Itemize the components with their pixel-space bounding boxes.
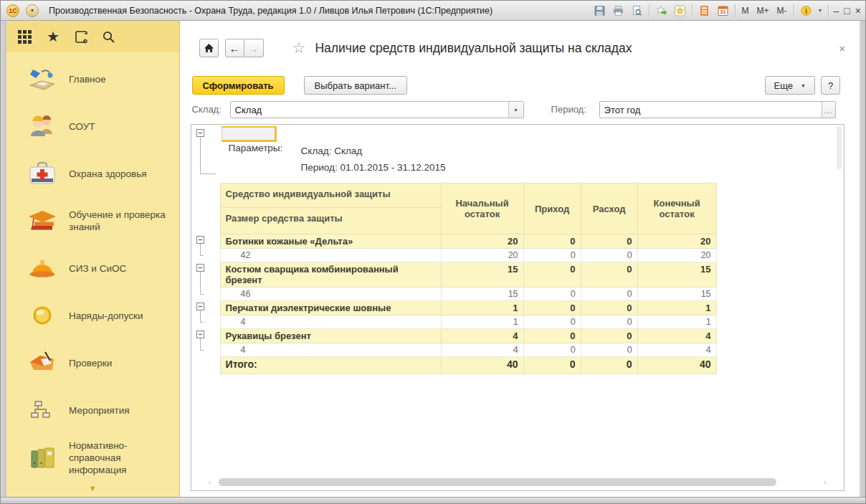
sidebar-item-label: Обучение и проверка знаний: [69, 209, 171, 233]
choose-variant-button[interactable]: Выбрать вариант...: [304, 76, 407, 95]
close-form-button[interactable]: ×: [839, 42, 845, 54]
report-table: Средство индивидуальной защиты Начальный…: [220, 183, 717, 374]
sections-menu-icon[interactable]: [16, 28, 34, 45]
sidebar-item-9[interactable]: Нормативно-справочная информация: [6, 434, 179, 481]
period-field[interactable]: ...: [599, 101, 836, 118]
desk-lamp-icon: [27, 63, 58, 95]
scroll-right-arrow[interactable]: ›: [821, 477, 829, 487]
svg-text:i: i: [805, 7, 807, 14]
sidebar-item-2[interactable]: СОУТ: [6, 103, 179, 150]
favorites-icon[interactable]: ★: [44, 28, 62, 45]
sidebar-item-label: СИЗ и СиОС: [69, 262, 171, 275]
favorites-button[interactable]: [673, 4, 687, 17]
back-arrow-icon: ←: [229, 42, 240, 54]
separator: [735, 4, 736, 17]
1c-logo-icon: 1С: [6, 4, 19, 17]
goto-button[interactable]: [655, 4, 668, 17]
sidebar-more-indicator[interactable]: ▼: [6, 481, 179, 497]
memory-m-minus-button[interactable]: M-: [776, 6, 789, 16]
period-filter-label: Период:: [551, 104, 586, 115]
print-preview-button[interactable]: [630, 4, 644, 17]
collapse-group-button[interactable]: [196, 331, 204, 338]
sidebar-toolbar: ★: [6, 21, 179, 52]
sidebar-item-4[interactable]: Обучение и проверка знаний: [6, 197, 179, 244]
sidebar-items: ГлавноеСОУТОхрана здоровьяОбучение и про…: [6, 52, 179, 481]
maximize-button[interactable]: □: [844, 4, 850, 17]
table-row[interactable]: 41001: [220, 315, 716, 329]
window-frame-right: [860, 21, 865, 497]
selected-cell[interactable]: [222, 126, 277, 142]
table-row[interactable]: 46150015: [220, 287, 716, 301]
collapse-group-button[interactable]: [196, 303, 204, 310]
permit-coin-icon: [27, 300, 58, 331]
tree-line: [200, 272, 201, 294]
events-chart-icon: [27, 394, 58, 426]
memory-m-button[interactable]: M: [741, 6, 751, 16]
column-header-income: Приход: [523, 184, 581, 234]
warehouse-input[interactable]: [231, 102, 508, 118]
info-caret-icon[interactable]: ▼: [818, 8, 823, 13]
table-row[interactable]: 42200020: [220, 249, 716, 262]
scrollbar-thumb[interactable]: [219, 478, 776, 486]
table-row[interactable]: Костюм сварщика комбинированный брезент1…: [220, 262, 716, 287]
column-header-expense: Расход: [581, 184, 637, 234]
sidebar-item-7[interactable]: Проверки: [6, 339, 179, 386]
forward-button[interactable]: →: [244, 39, 264, 57]
sidebar: ★ ГлавноеСОУТОхрана здоровьяОбучение и п…: [6, 21, 180, 497]
scrollbar-thumb[interactable]: [837, 126, 842, 169]
sidebar-item-5[interactable]: СИЗ и СиОС: [6, 244, 179, 292]
workers-icon: [27, 110, 58, 142]
generate-button[interactable]: Сформировать: [192, 76, 285, 95]
window-frame-bottom: [1, 497, 865, 504]
column-header-closing-balance: Конечный остаток: [637, 184, 716, 234]
sidebar-item-label: Наряды-допуски: [69, 310, 171, 322]
save-button[interactable]: [593, 4, 606, 17]
tree-line: [200, 350, 204, 351]
close-window-button[interactable]: ×: [855, 4, 861, 17]
sidebar-item-8[interactable]: Мероприятия: [6, 386, 179, 434]
reference-binders-icon: [27, 442, 58, 473]
period-input[interactable]: [600, 102, 822, 118]
calendar-button[interactable]: 31: [716, 4, 730, 17]
collapse-group-button[interactable]: [196, 236, 204, 244]
chevron-down-icon: ▼: [513, 108, 518, 113]
history-icon[interactable]: [72, 28, 90, 45]
warehouse-combobox[interactable]: ▼: [230, 101, 524, 118]
scroll-left-arrow[interactable]: ‹: [206, 477, 214, 487]
sidebar-item-label: Мероприятия: [69, 404, 171, 417]
page-title: Наличие средств индивидуальной защиты на…: [315, 41, 632, 56]
table-row[interactable]: Рукавицы брезент4004: [220, 329, 716, 343]
sidebar-item-1[interactable]: Главное: [6, 55, 179, 103]
collapse-group-button[interactable]: [196, 129, 204, 137]
table-row[interactable]: Ботинки кожаные «Дельта»200020: [220, 234, 716, 249]
period-more-button[interactable]: ...: [822, 102, 835, 118]
separator: [649, 4, 650, 17]
table-row[interactable]: 44004: [220, 343, 716, 357]
minimize-button[interactable]: –: [834, 4, 839, 17]
warehouse-filter-label: Склад:: [192, 104, 222, 115]
window-frame-left: [1, 21, 6, 497]
more-button[interactable]: Еще▼: [765, 76, 815, 95]
vertical-scrollbar[interactable]: [836, 126, 842, 475]
table-row[interactable]: Перчатки диэлектрические шовные1001: [220, 301, 716, 315]
collapse-group-button[interactable]: [196, 264, 204, 272]
horizontal-scrollbar[interactable]: ‹ ›: [206, 477, 829, 487]
help-button[interactable]: ?: [821, 76, 840, 95]
tree-line: [200, 173, 216, 174]
print-button[interactable]: [612, 4, 625, 17]
home-button[interactable]: [199, 39, 219, 57]
info-button[interactable]: i: [799, 4, 813, 17]
report-area[interactable]: Параметры: Склад: Склад Период: 01.01.20…: [191, 124, 844, 491]
calculator-button[interactable]: [698, 4, 711, 17]
table-row[interactable]: Итого:400040: [220, 357, 716, 374]
separator: [828, 4, 829, 17]
home-icon: [204, 43, 214, 53]
main-menu-button[interactable]: ▼: [26, 4, 39, 17]
memory-m-plus-button[interactable]: M+: [756, 6, 771, 16]
warehouse-dropdown-button[interactable]: ▼: [508, 102, 523, 118]
favorite-star-icon[interactable]: ☆: [292, 39, 306, 57]
search-icon[interactable]: [100, 28, 118, 45]
sidebar-item-3[interactable]: Охрана здоровья: [6, 150, 179, 197]
sidebar-item-6[interactable]: Наряды-допуски: [6, 292, 179, 339]
back-button[interactable]: ←: [225, 39, 244, 57]
